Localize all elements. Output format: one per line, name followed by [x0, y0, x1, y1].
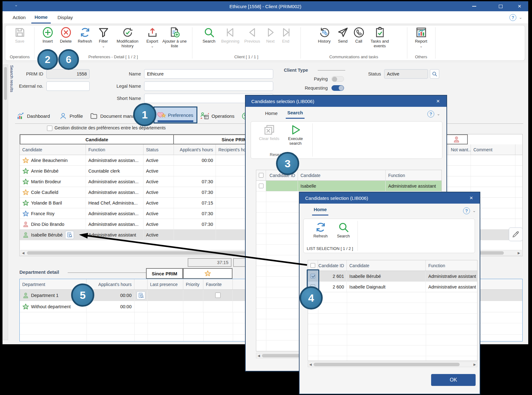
- scroll-left-icon[interactable]: ◀: [21, 251, 26, 255]
- col-candidate[interactable]: Candidate: [298, 170, 386, 180]
- scroll-left-icon[interactable]: ◀: [256, 354, 261, 357]
- delete-button[interactable]: Delete: [57, 27, 74, 48]
- select-all-checkbox[interactable]: [310, 263, 315, 268]
- star-orange-icon: [204, 270, 211, 277]
- tab-home[interactable]: Home: [31, 11, 51, 23]
- execute-search-button[interactable]: Execute search: [283, 124, 308, 146]
- export-button[interactable]: Export ⌄: [144, 27, 161, 48]
- tasks-events-button[interactable]: Tasks and events: [367, 27, 393, 48]
- department-detail-rule: [68, 273, 146, 273]
- col-dept-applicants-hours[interactable]: Applicant's hours: [86, 279, 134, 289]
- history-button[interactable]: History: [315, 27, 334, 48]
- send-button[interactable]: Send: [335, 27, 351, 48]
- search-result-row[interactable]: Isabelle Administrative assistant: [256, 181, 441, 191]
- beginning-button[interactable]: Beginning: [219, 27, 241, 44]
- chevron-down-icon[interactable]: ⌄: [437, 112, 440, 116]
- close-icon[interactable]: ×: [434, 97, 442, 105]
- col-favorite[interactable]: Favorite: [203, 279, 233, 289]
- col-priority[interactable]: Priority: [183, 279, 203, 289]
- list-row[interactable]: 2 600 Isabelle Daignault Administrative …: [308, 282, 477, 292]
- scroll-right-icon[interactable]: ▶: [516, 251, 521, 255]
- dialog-ribbon-panel: Refresh Search LIST SELECTION [ 1 / 2 ]: [303, 219, 475, 253]
- clear-fields-button[interactable]: Clear fields: [258, 124, 280, 141]
- col-applicants-hours[interactable]: Applicant's hours: [174, 144, 216, 155]
- tab-preferences[interactable]: Preferences: [154, 107, 197, 123]
- name-field[interactable]: Ethicure: [144, 69, 273, 79]
- select-all-checkbox[interactable]: [259, 173, 263, 178]
- col-comment[interactable]: Comment: [471, 144, 515, 155]
- tab-profile[interactable]: Profile: [59, 109, 83, 123]
- callout-2: 2: [37, 49, 58, 70]
- status-field[interactable]: Active: [384, 69, 428, 79]
- save-button[interactable]: Save: [9, 27, 31, 44]
- refresh-button[interactable]: Refresh: [310, 221, 331, 239]
- lookup-icon: [138, 292, 144, 299]
- filter-button[interactable]: Filter ⌄: [96, 27, 111, 48]
- tab-operations[interactable]: Operations: [200, 109, 234, 123]
- tab-display[interactable]: Display: [53, 11, 77, 23]
- col-last-presence[interactable]: Last presence: [148, 279, 183, 289]
- search-button[interactable]: Search: [334, 221, 353, 239]
- delete-icon: [60, 27, 72, 38]
- department-lookup-button[interactable]: [137, 291, 145, 299]
- row-checkbox[interactable]: [259, 184, 263, 188]
- favorite-checkbox[interactable]: [215, 293, 221, 298]
- col-function[interactable]: Function: [386, 170, 441, 180]
- requesting-toggle[interactable]: [331, 85, 344, 91]
- help-icon[interactable]: ?: [463, 207, 470, 214]
- paying-label: Paying: [295, 74, 328, 84]
- dialog-tab-home[interactable]: Home: [263, 107, 279, 119]
- distinct-preferences-label: Gestion distincte des préférences entre …: [55, 125, 166, 130]
- close-icon[interactable]: ×: [467, 194, 475, 202]
- tab-dashboard[interactable]: Dashboard: [16, 109, 50, 123]
- call-button[interactable]: Call: [352, 27, 366, 48]
- maximize-button[interactable]: [493, 1, 508, 11]
- help-icon[interactable]: ?: [427, 111, 434, 117]
- dashboard-icon: [16, 112, 25, 120]
- external-no-field[interactable]: [46, 81, 90, 91]
- col-candidate[interactable]: Candidate: [20, 144, 86, 155]
- col-function[interactable]: Function: [86, 144, 143, 155]
- next-button[interactable]: Next: [263, 27, 278, 44]
- chevron-down-icon[interactable]: ⌄: [472, 208, 476, 213]
- tab-document-management[interactable]: Document mana: [90, 109, 135, 123]
- distinct-preferences-checkbox[interactable]: [47, 126, 52, 131]
- tab-action[interactable]: Action: [9, 11, 29, 23]
- candidate-lookup-button[interactable]: [65, 231, 74, 239]
- chevron-down-icon: ⌄: [102, 44, 105, 48]
- minimize-button[interactable]: [467, 1, 481, 11]
- ribbon-group-preferences-detail: Insert Delete Refresh Filter: [34, 25, 192, 60]
- col-candidate[interactable]: Candidate: [347, 260, 426, 271]
- report-button[interactable]: Report ⌄: [412, 27, 430, 48]
- scroll-left-icon[interactable]: ◀: [308, 363, 313, 366]
- dialog-tab-search[interactable]: Search: [286, 107, 305, 119]
- col-not-wanted[interactable]: Not want...: [448, 144, 471, 155]
- refresh-button[interactable]: Refresh: [76, 27, 94, 48]
- ok-button[interactable]: OK: [431, 374, 476, 386]
- dialog-titlebar: Candidates selection (LIB006): [300, 192, 480, 204]
- ribbon-group-operations: Save Operations: [5, 25, 34, 60]
- chevron-down-icon[interactable]: ⌄: [519, 15, 522, 20]
- help-icon[interactable]: ?: [509, 14, 516, 21]
- previous-button[interactable]: Previous: [243, 27, 262, 44]
- modification-history-button[interactable]: Modification history: [112, 27, 143, 48]
- legal-name-field[interactable]: [144, 81, 273, 91]
- list-row-selected[interactable]: 2 601 Isabelle Bérubé Administrative ass…: [308, 271, 477, 282]
- search-button[interactable]: Search: [200, 27, 218, 44]
- insert-button[interactable]: Insert: [39, 27, 56, 48]
- add-to-list-button[interactable]: Ajouter à une liste: [162, 27, 187, 48]
- list-table-hscrollbar[interactable]: ◀ ▶: [308, 361, 477, 367]
- edit-comment-button[interactable]: [509, 227, 523, 241]
- col-status[interactable]: Status: [143, 144, 174, 155]
- close-button[interactable]: ×: [512, 1, 527, 11]
- col-candidate-id[interactable]: Candidate ID: [318, 260, 347, 271]
- col-function[interactable]: Function: [426, 260, 477, 271]
- ribbon: Save Operations Insert Delete: [3, 24, 528, 63]
- status-search-button[interactable]: [430, 69, 439, 79]
- side-panel-scroll-thumb[interactable]: [4, 67, 7, 100]
- scroll-right-icon[interactable]: ▶: [472, 363, 477, 366]
- side-panel-splitter[interactable]: [3, 65, 8, 340]
- dialog-tab-home[interactable]: Home: [312, 204, 328, 216]
- end-button[interactable]: End: [279, 27, 293, 44]
- paying-toggle[interactable]: [331, 76, 344, 82]
